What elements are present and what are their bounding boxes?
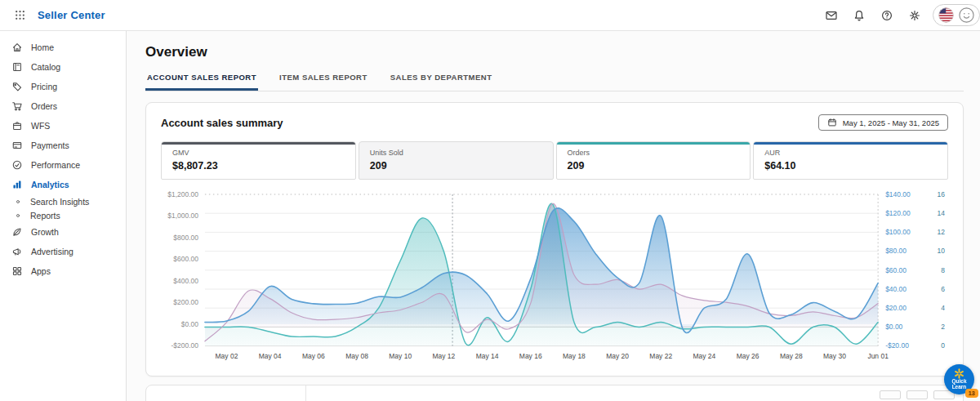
svg-text:May 30: May 30 (823, 352, 846, 360)
sidebar-item-label: WFS (31, 121, 50, 131)
svg-text:May 12: May 12 (432, 352, 455, 360)
mail-icon[interactable] (822, 6, 841, 25)
svg-text:May 16: May 16 (519, 352, 542, 360)
svg-text:16: 16 (938, 190, 946, 198)
tab-sales-by-department[interactable]: SALES BY DEPARTMENT (389, 71, 494, 91)
svg-text:$1,200.00: $1,200.00 (167, 190, 198, 198)
sales-chart-svg: $1,200.00$1,000.00$800.00$600.00$400.00$… (161, 189, 948, 363)
performance-icon (11, 159, 23, 171)
sidebar-item-growth[interactable]: Growth (0, 222, 126, 242)
metric-value: 209 (568, 160, 740, 172)
advertising-icon (11, 246, 23, 257)
app-title[interactable]: Seller Center (38, 9, 105, 21)
svg-text:$40.00: $40.00 (885, 285, 906, 293)
sidebar-item-reports[interactable]: Reports (0, 208, 126, 222)
svg-text:2: 2 (941, 323, 945, 331)
svg-text:$20.00: $20.00 (885, 304, 906, 312)
metric-accent-bar (557, 142, 751, 145)
quick-learn-button[interactable]: QuickLearn 13 (944, 364, 974, 394)
svg-text:May 04: May 04 (259, 352, 282, 360)
orders-icon (11, 100, 23, 112)
bell-icon[interactable] (849, 6, 869, 25)
svg-text:$400.00: $400.00 (173, 277, 198, 285)
account-pill[interactable] (933, 4, 980, 26)
metric-accent-bar (359, 142, 553, 145)
bullet-icon (14, 212, 22, 220)
sidebar-item-label: Growth (31, 227, 59, 237)
us-flag-icon (938, 7, 954, 23)
sidebar-item-orders[interactable]: Orders (0, 96, 126, 116)
svg-text:12: 12 (938, 228, 946, 236)
sidebar-item-apps[interactable]: Apps (0, 261, 126, 281)
svg-text:0: 0 (941, 341, 945, 350)
sidebar-item-label: Analytics (31, 180, 69, 189)
tab-account-sales-report[interactable]: ACCOUNT SALES REPORT (145, 71, 258, 91)
sidebar-item-label: Reports (30, 211, 60, 221)
help-icon[interactable] (877, 6, 897, 25)
next-card-left-panel (146, 385, 306, 401)
sidebar-item-wfs[interactable]: WFS (0, 116, 126, 136)
sidebar-item-label: Catalog (31, 62, 60, 72)
svg-text:4: 4 (941, 304, 945, 312)
svg-text:May 18: May 18 (563, 352, 586, 360)
svg-text:10: 10 (938, 247, 946, 255)
svg-text:$120.00: $120.00 (885, 209, 911, 217)
sidebar-item-performance[interactable]: Performance (0, 155, 126, 175)
metric-card-units-sold[interactable]: Units Sold209 (359, 141, 554, 180)
gear-icon[interactable] (905, 6, 924, 25)
date-range-button[interactable]: May 1, 2025 - May 31, 2025 (818, 114, 948, 131)
next-section-card (145, 385, 964, 401)
svg-text:6: 6 (941, 285, 945, 293)
svg-text:May 20: May 20 (606, 352, 629, 360)
avatar-icon (959, 7, 974, 23)
svg-text:May 06: May 06 (302, 352, 325, 360)
sidebar-item-analytics[interactable]: Analytics (0, 175, 126, 194)
svg-text:$100.00: $100.00 (885, 228, 911, 236)
svg-text:$600.00: $600.00 (173, 255, 198, 263)
svg-text:-$20.00: -$20.00 (885, 341, 909, 350)
sidebar: HomeCatalogPricingOrdersWFSPaymentsPerfo… (0, 31, 127, 401)
sidebar-item-catalog[interactable]: Catalog (0, 57, 126, 77)
sidebar-item-payments[interactable]: Payments (0, 136, 126, 155)
svg-text:$200.00: $200.00 (173, 298, 198, 306)
metric-card-gmv[interactable]: GMV$8,807.23 (161, 141, 356, 180)
svg-text:$1,000.00: $1,000.00 (167, 212, 198, 220)
quick-learn-label: QuickLearn (951, 379, 966, 390)
svg-text:$80.00: $80.00 (885, 247, 906, 255)
account-sales-summary-card: Account sales summary May 1, 2025 - May … (145, 102, 964, 376)
toolbar-button[interactable] (880, 390, 901, 399)
sidebar-item-label: Search Insights (30, 197, 89, 207)
report-tabs: ACCOUNT SALES REPORTITEM SALES REPORTSAL… (145, 71, 964, 91)
metric-card-aur[interactable]: AUR$64.10 (753, 141, 948, 180)
metric-card-orders[interactable]: Orders209 (556, 141, 751, 180)
metric-label: Units Sold (370, 149, 542, 157)
metric-label: GMV (172, 149, 345, 157)
quick-learn-badge: 13 (965, 389, 978, 398)
sidebar-item-label: Payments (31, 140, 69, 150)
svg-text:$60.00: $60.00 (885, 266, 906, 274)
svg-text:May 26: May 26 (737, 352, 760, 360)
svg-text:14: 14 (938, 209, 946, 217)
svg-text:May 08: May 08 (345, 352, 368, 360)
catalog-icon (11, 61, 23, 73)
sidebar-item-label: Apps (31, 266, 51, 276)
sidebar-item-search-insights[interactable]: Search Insights (0, 194, 126, 208)
calendar-icon (827, 118, 837, 127)
sidebar-item-home[interactable]: Home (0, 38, 126, 57)
date-range-label: May 1, 2025 - May 31, 2025 (843, 118, 939, 127)
svg-text:-$200.00: -$200.00 (171, 341, 198, 350)
toolbar-button[interactable] (906, 390, 928, 399)
top-bar: Seller Center (0, 0, 980, 31)
metric-accent-bar (162, 142, 355, 145)
tab-item-sales-report[interactable]: ITEM SALES REPORT (278, 71, 369, 91)
svg-text:$0.00: $0.00 (181, 320, 198, 328)
svg-text:May 22: May 22 (649, 352, 672, 360)
metric-value: $8,807.23 (172, 160, 345, 172)
sidebar-item-advertising[interactable]: Advertising (0, 242, 126, 261)
pricing-icon (11, 81, 23, 92)
svg-text:May 28: May 28 (780, 352, 803, 360)
sales-chart[interactable]: $1,200.00$1,000.00$800.00$600.00$400.00$… (161, 189, 948, 363)
app-grid-icon[interactable] (10, 6, 29, 25)
sidebar-item-pricing[interactable]: Pricing (0, 77, 126, 96)
svg-text:May 10: May 10 (389, 352, 412, 360)
